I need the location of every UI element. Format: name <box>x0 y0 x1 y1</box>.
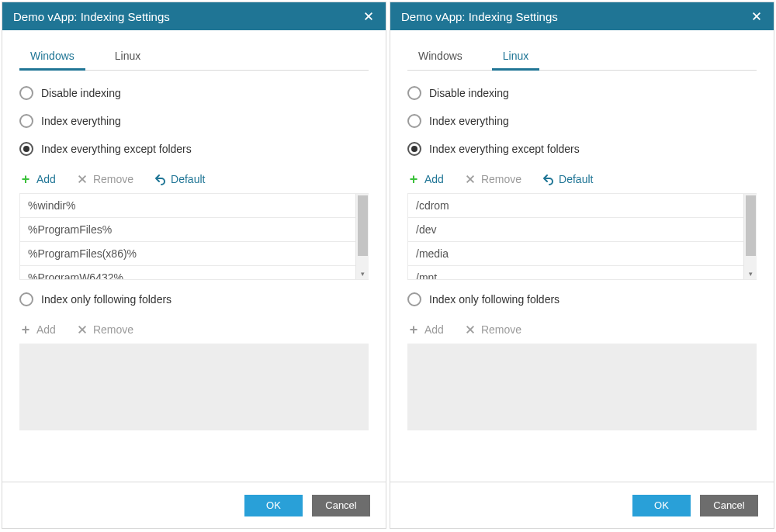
radio-icon <box>19 292 33 306</box>
button-label: Add <box>424 323 444 336</box>
option-disable[interactable]: Disable indexing <box>407 86 757 100</box>
button-label: Default <box>559 173 593 185</box>
add-button[interactable]: + Add <box>407 173 444 185</box>
add-button: + Add <box>407 323 444 336</box>
button-label: Add <box>424 173 444 185</box>
radio-icon <box>407 114 421 128</box>
button-label: Add <box>36 323 56 336</box>
option-except[interactable]: Index everything except folders <box>19 142 369 156</box>
list-item[interactable]: /mnt <box>408 266 743 279</box>
scrollbar[interactable]: ▾ <box>743 194 757 279</box>
button-label: Remove <box>93 173 133 185</box>
remove-button[interactable]: Remove <box>76 173 133 185</box>
button-label: Remove <box>481 173 521 185</box>
option-everything[interactable]: Index everything <box>407 114 757 128</box>
scrollbar-thumb[interactable] <box>358 195 368 256</box>
option-except[interactable]: Index everything except folders <box>407 142 757 156</box>
cancel-button[interactable]: Cancel <box>312 495 370 516</box>
option-label: Index everything <box>429 115 509 127</box>
only-toolbar: + Add Remove <box>407 323 757 336</box>
default-button[interactable]: Default <box>542 173 593 185</box>
add-button[interactable]: + Add <box>19 173 56 185</box>
button-label: Remove <box>481 323 521 336</box>
tab-windows[interactable]: Windows <box>19 45 85 71</box>
option-label: Index only following folders <box>429 293 559 306</box>
option-only[interactable]: Index only following folders <box>407 292 757 306</box>
titlebar: Demo vApp: Indexing Settings <box>2 2 386 30</box>
x-icon <box>464 323 476 336</box>
option-label: Disable indexing <box>41 87 121 99</box>
option-label: Index everything except folders <box>429 143 580 155</box>
except-folders-list: /cdrom/dev/media/mnt ▾ <box>407 193 757 280</box>
dialog-footer: OK Cancel <box>2 482 386 528</box>
only-toolbar: + Add Remove <box>19 323 369 336</box>
dialog-footer: OK Cancel <box>390 482 774 528</box>
undo-icon <box>542 173 554 185</box>
ok-button[interactable]: OK <box>244 495 303 516</box>
close-icon[interactable] <box>362 10 375 22</box>
list-item[interactable]: %ProgramW6432% <box>20 266 355 279</box>
list-item[interactable]: /media <box>408 242 743 266</box>
remove-button: Remove <box>464 323 521 336</box>
list-item[interactable]: %windir% <box>20 194 355 218</box>
option-disable[interactable]: Disable indexing <box>19 86 369 100</box>
list-item[interactable]: /cdrom <box>408 194 743 218</box>
plus-icon: + <box>407 173 420 185</box>
scroll-down-icon[interactable]: ▾ <box>744 268 757 279</box>
radio-icon <box>407 86 421 100</box>
plus-icon: + <box>19 173 32 185</box>
remove-button: Remove <box>76 323 133 336</box>
ok-button[interactable]: OK <box>632 495 691 516</box>
cancel-button[interactable]: Cancel <box>700 495 758 516</box>
os-tabs: Windows Linux <box>407 44 757 71</box>
dialog-title: Demo vApp: Indexing Settings <box>13 10 362 23</box>
radio-icon <box>19 86 33 100</box>
except-toolbar: + Add Remove Default <box>19 173 369 185</box>
option-only[interactable]: Index only following folders <box>19 292 369 306</box>
button-label: Default <box>171 173 205 185</box>
x-icon <box>76 173 88 185</box>
plus-icon: + <box>19 323 32 336</box>
except-toolbar: + Add Remove Default <box>407 173 757 185</box>
option-label: Index everything except folders <box>41 143 192 155</box>
add-button: + Add <box>19 323 56 336</box>
scrollbar[interactable]: ▾ <box>355 194 369 279</box>
list-item[interactable]: %ProgramFiles(x86)% <box>20 242 355 266</box>
scrollbar-thumb[interactable] <box>746 195 756 256</box>
tab-linux[interactable]: Linux <box>104 45 151 71</box>
only-folders-list <box>19 344 369 430</box>
scroll-down-icon[interactable]: ▾ <box>356 268 369 279</box>
plus-icon: + <box>407 323 420 336</box>
remove-button[interactable]: Remove <box>464 173 521 185</box>
button-label: Remove <box>93 323 133 336</box>
option-label: Index only following folders <box>41 293 171 306</box>
option-label: Index everything <box>41 115 121 127</box>
list-item[interactable]: %ProgramFiles% <box>20 218 355 242</box>
radio-icon <box>19 142 33 156</box>
close-icon[interactable] <box>750 10 763 22</box>
x-icon <box>464 173 476 185</box>
only-folders-list <box>407 344 757 430</box>
tab-linux[interactable]: Linux <box>492 45 539 71</box>
tab-windows[interactable]: Windows <box>407 45 473 71</box>
undo-icon <box>154 173 166 185</box>
radio-icon <box>407 292 421 306</box>
os-tabs: Windows Linux <box>19 44 369 71</box>
radio-icon <box>407 142 421 156</box>
button-label: Add <box>36 173 56 185</box>
option-everything[interactable]: Index everything <box>19 114 369 128</box>
option-label: Disable indexing <box>429 87 509 99</box>
x-icon <box>76 323 88 336</box>
radio-icon <box>19 114 33 128</box>
indexing-settings-dialog: Demo vApp: Indexing Settings Windows Lin… <box>2 2 386 529</box>
default-button[interactable]: Default <box>154 173 205 185</box>
except-folders-list: %windir%%ProgramFiles%%ProgramFiles(x86)… <box>19 193 369 280</box>
indexing-settings-dialog: Demo vApp: Indexing Settings Windows Lin… <box>390 2 774 529</box>
titlebar: Demo vApp: Indexing Settings <box>390 2 774 30</box>
dialog-title: Demo vApp: Indexing Settings <box>401 10 750 23</box>
list-item[interactable]: /dev <box>408 218 743 242</box>
